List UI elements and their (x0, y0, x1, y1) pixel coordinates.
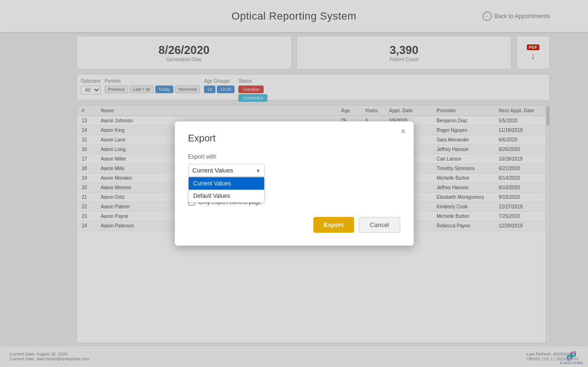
export-select-wrapper: Current Values Default Values ▼ Current … (188, 164, 265, 177)
modal-close-button[interactable]: × (401, 127, 406, 136)
dropdown-current-values[interactable]: Current Values (189, 177, 264, 190)
export-button[interactable]: Export (313, 217, 354, 233)
modal-actions: Export Cancel (188, 217, 400, 233)
export-with-label: Export with (188, 153, 400, 160)
modal-title: Export (188, 133, 400, 144)
dropdown-default-values[interactable]: Default Values (189, 190, 264, 202)
modal-overlay: × Export Export with Current Values Defa… (0, 0, 588, 367)
export-modal: × Export Export with Current Values Defa… (175, 121, 414, 246)
export-select[interactable]: Current Values Default Values (188, 164, 265, 177)
cancel-button[interactable]: Cancel (359, 217, 400, 233)
export-dropdown-list: Current Values Default Values (188, 177, 265, 203)
